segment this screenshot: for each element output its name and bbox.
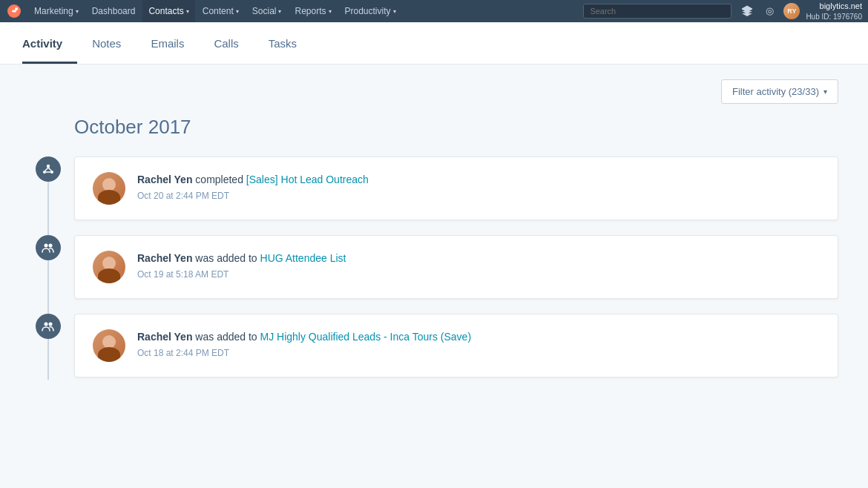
nav-item-productivity[interactable]: Productivity ▾ xyxy=(339,0,402,22)
contact-avatar xyxy=(93,329,125,362)
nav-right-section: ◎ RY biglytics.net Hub ID: 1976760 xyxy=(739,1,862,21)
timeline-item: Rachel Yen was added to HUG Attendee Lis… xyxy=(22,235,838,299)
workflow-icon-circle xyxy=(36,156,61,182)
contact-name: Rachel Yen xyxy=(137,331,192,343)
contact-name: Rachel Yen xyxy=(137,174,192,185)
hubspot-logo[interactable] xyxy=(6,3,22,19)
chevron-down-icon: ▾ xyxy=(823,88,827,96)
tab-activity[interactable]: Activity xyxy=(22,22,77,64)
list-icon-circle xyxy=(36,314,61,339)
account-info: biglytics.net Hub ID: 1976760 xyxy=(806,1,862,21)
nav-item-social[interactable]: Social ▾ xyxy=(246,0,288,22)
tab-tasks[interactable]: Tasks xyxy=(254,22,312,64)
svg-point-4 xyxy=(47,165,50,168)
activity-text: Rachel Yen completed [Sales] Hot Lead Ou… xyxy=(137,172,820,201)
activity-link[interactable]: MJ Highly Qualified Leads - Inca Tours (… xyxy=(260,331,472,343)
chevron-down-icon: ▾ xyxy=(329,8,332,15)
search-input[interactable] xyxy=(583,4,731,19)
filter-activity-button[interactable]: Filter activity (23/33) ▾ xyxy=(721,79,838,104)
list-icon-circle xyxy=(36,235,61,260)
svg-line-8 xyxy=(48,168,51,171)
activity-timestamp: Oct 20 at 2:44 PM EDT xyxy=(137,191,820,201)
contact-avatar xyxy=(93,251,125,283)
main-content: Filter activity (23/33) ▾ October 2017 xyxy=(0,65,868,488)
svg-point-10 xyxy=(45,244,48,248)
activity-link[interactable]: HUG Attendee List xyxy=(260,252,346,264)
tab-notes[interactable]: Notes xyxy=(77,22,136,64)
nav-item-dashboard[interactable]: Dashboard xyxy=(86,0,142,22)
timeline-icon-col xyxy=(22,156,74,182)
month-label: October 2017 xyxy=(74,116,838,139)
nav-item-reports[interactable]: Reports ▾ xyxy=(289,0,337,22)
chevron-down-icon: ▾ xyxy=(236,8,239,15)
activity-link[interactable]: [Sales] Hot Lead Outreach xyxy=(246,174,369,185)
filter-row: Filter activity (23/33) ▾ xyxy=(22,79,838,104)
activity-timestamp: Oct 18 at 2:44 PM EDT xyxy=(137,348,820,358)
notifications-icon[interactable]: ◎ xyxy=(761,3,777,19)
contact-name: Rachel Yen xyxy=(137,252,192,264)
timeline-item: Rachel Yen was added to MJ Highly Qualif… xyxy=(22,314,838,377)
chevron-down-icon: ▾ xyxy=(278,8,281,15)
activity-card: Rachel Yen was added to MJ Highly Qualif… xyxy=(74,314,838,377)
svg-point-1 xyxy=(15,7,18,10)
svg-marker-3 xyxy=(742,6,752,12)
activity-main-text: Rachel Yen was added to MJ Highly Qualif… xyxy=(137,329,820,345)
nav-item-contacts[interactable]: Contacts ▾ xyxy=(142,0,194,22)
nav-item-content[interactable]: Content ▾ xyxy=(197,0,245,22)
avatar[interactable]: RY xyxy=(783,3,800,19)
svg-point-11 xyxy=(49,244,53,248)
timeline-container: October 2017 xyxy=(22,116,838,392)
svg-point-12 xyxy=(45,323,48,326)
chevron-down-icon: ▾ xyxy=(393,8,396,15)
activity-text: Rachel Yen was added to MJ Highly Qualif… xyxy=(137,329,820,358)
timeline-icon-col xyxy=(22,314,74,339)
activity-main-text: Rachel Yen was added to HUG Attendee Lis… xyxy=(137,251,820,266)
svg-point-13 xyxy=(49,323,53,326)
contact-avatar xyxy=(93,172,125,205)
activity-main-text: Rachel Yen completed [Sales] Hot Lead Ou… xyxy=(137,172,820,188)
timeline-item: Rachel Yen completed [Sales] Hot Lead Ou… xyxy=(22,156,838,220)
activity-text: Rachel Yen was added to HUG Attendee Lis… xyxy=(137,251,820,280)
tab-emails[interactable]: Emails xyxy=(136,22,199,64)
chevron-down-icon: ▾ xyxy=(76,8,79,15)
tab-calls[interactable]: Calls xyxy=(199,22,253,64)
activity-timestamp: Oct 19 at 5:18 AM EDT xyxy=(137,269,820,280)
timeline-icon-col xyxy=(22,235,74,260)
svg-line-7 xyxy=(45,168,48,171)
nav-item-marketing[interactable]: Marketing ▾ xyxy=(28,0,85,22)
activity-card: Rachel Yen was added to HUG Attendee Lis… xyxy=(74,235,838,299)
academy-icon[interactable] xyxy=(739,3,755,19)
top-navigation: Marketing ▾ Dashboard Contacts ▾ Content… xyxy=(0,0,868,22)
tabs-bar: Activity Notes Emails Calls Tasks xyxy=(0,22,868,65)
chevron-down-icon: ▾ xyxy=(186,8,189,15)
activity-card: Rachel Yen completed [Sales] Hot Lead Ou… xyxy=(74,156,838,220)
